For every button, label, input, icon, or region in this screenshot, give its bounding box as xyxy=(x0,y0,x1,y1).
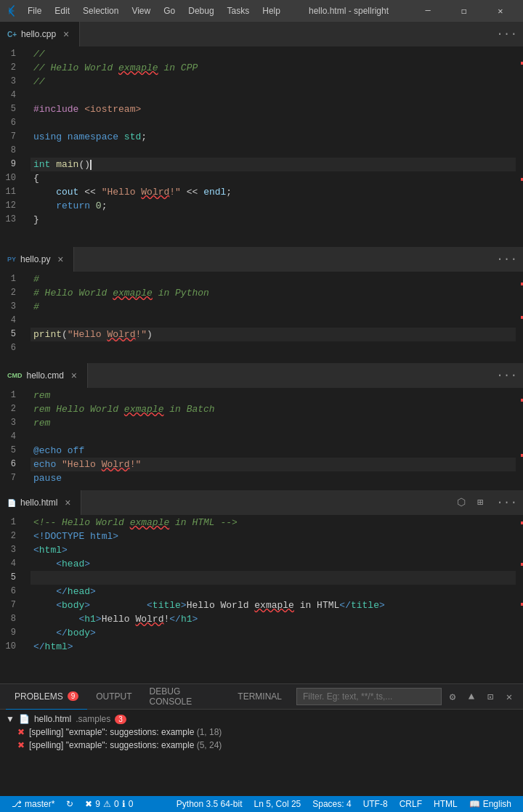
tab-problems[interactable]: PROBLEMS 9 xyxy=(6,684,87,710)
close-panel-icon[interactable]: ✕ xyxy=(501,689,517,705)
html-file-icon: 📄 xyxy=(7,499,16,507)
cmd-line-1: rem xyxy=(31,389,516,402)
cpp-code-content: // // Hello World exmaple in CPP // #inc… xyxy=(31,47,516,247)
status-sync[interactable]: ↻ xyxy=(60,796,79,812)
cpp-code-editor[interactable]: 1 2 3 4 5 6 7 8 9 10 11 12 13 // // Hell… xyxy=(0,47,523,247)
cpp-tab-close[interactable]: × xyxy=(60,28,72,40)
cpp-tab-icon: C+ xyxy=(7,31,17,38)
cmd-tab-icon: CMD xyxy=(7,372,23,379)
py-tab-close[interactable]: × xyxy=(54,253,66,265)
html-line-1: <!-- Hello World exmaple in HTML --> xyxy=(31,516,516,529)
cpp-line-7: using namespace std; xyxy=(31,130,516,144)
branch-name: master* xyxy=(25,799,54,809)
cpp-tab[interactable]: C+ hello.cpp × xyxy=(0,22,80,46)
status-language[interactable]: HTML xyxy=(428,796,463,812)
cpp-line-6 xyxy=(31,116,516,130)
status-branch[interactable]: ⎇ master* xyxy=(6,796,60,812)
cpp-tab-label: hello.cpp xyxy=(21,29,56,39)
problem-group-html[interactable]: ▼ 📄 hello.html .samples 3 xyxy=(0,712,523,726)
problem-text-1: [spelling] "exmaple": suggestions: examp… xyxy=(29,727,506,737)
html-code-editor[interactable]: 1 2 3 4 5 6 7 8 9 10 <!-- Hello World ex… xyxy=(0,516,523,683)
html-open-side-icon[interactable]: ⬡ xyxy=(453,490,470,515)
collapse-all-icon[interactable]: ▲ xyxy=(463,689,479,705)
problem-group-collapse-icon: ▼ xyxy=(6,714,15,724)
cmd-code-editor[interactable]: 1 2 3 4 5 6 7 rem rem Hello World exmapl… xyxy=(0,389,523,490)
html-tab-more[interactable]: ··· xyxy=(490,490,523,515)
cursor-position: Ln 5, Col 25 xyxy=(254,799,301,809)
cmd-tab-label: hello.cmd xyxy=(27,370,64,381)
error-icon-1: ✖ xyxy=(17,727,25,737)
html-scrollbar[interactable] xyxy=(516,516,523,683)
info-status-icon: ℹ xyxy=(122,799,126,809)
status-cursor[interactable]: Ln 5, Col 25 xyxy=(248,796,307,812)
minimize-button[interactable]: ─ xyxy=(411,0,445,22)
cpp-tab-more[interactable]: ··· xyxy=(490,22,523,46)
html-editor-pane: 📄 hello.html × ⬡ ⊞ ··· 1 2 3 4 5 6 7 xyxy=(0,490,523,683)
menu-help[interactable]: Help xyxy=(256,4,286,17)
status-errors[interactable]: ✖ 9 ⚠ 0 ℹ 0 xyxy=(79,796,139,812)
menu-go[interactable]: Go xyxy=(158,4,181,17)
cmd-line-2: rem Hello World exmaple in Batch xyxy=(31,402,516,416)
menu-debug[interactable]: Debug xyxy=(182,4,219,17)
cpp-line-8 xyxy=(31,144,516,158)
status-spaces[interactable]: Spaces: 4 xyxy=(307,796,357,812)
cmd-tab-more[interactable]: ··· xyxy=(490,363,523,388)
window-controls: ─ ◻ ✕ xyxy=(411,0,517,22)
maximize-button[interactable]: ◻ xyxy=(447,0,481,22)
cmd-line-4 xyxy=(31,430,516,444)
py-tab-label: hello.py xyxy=(20,254,50,264)
html-tab[interactable]: 📄 hello.html × xyxy=(0,490,81,515)
html-tab-bar: 📄 hello.html × ⬡ ⊞ ··· xyxy=(0,490,523,516)
html-line-6: </head> xyxy=(31,585,516,598)
html-split-icon[interactable]: ⊞ xyxy=(473,490,487,515)
cmd-tab-bar: CMD hello.cmd × ··· xyxy=(0,363,523,389)
cpp-scrollbar[interactable] xyxy=(516,47,523,247)
py-code-wrapper: 1 2 3 4 5 6 # # Hello World exmaple in P… xyxy=(0,272,523,363)
html-line-10: </html> xyxy=(31,640,516,654)
cmd-tab[interactable]: CMD hello.cmd × xyxy=(0,363,88,388)
close-button[interactable]: ✕ xyxy=(484,0,517,22)
problem-item-1[interactable]: ✖ [spelling] "exmaple": suggestions: exa… xyxy=(0,726,523,739)
tab-problems-label: PROBLEMS xyxy=(15,691,63,702)
line-ending-label: CRLF xyxy=(400,799,422,809)
py-tab[interactable]: PY hello.py × xyxy=(0,247,74,272)
cmd-scrollbar[interactable] xyxy=(516,389,523,490)
info-count: 0 xyxy=(129,799,134,809)
py-scrollbar[interactable] xyxy=(516,272,523,363)
git-branch-icon: ⎇ xyxy=(12,799,22,809)
problem-group-filename: hello.html xyxy=(34,714,71,724)
cmd-line-6: echo "Hello Wolrd!" xyxy=(31,458,516,471)
panel-actions: ⚙ ▲ ⊡ ✕ xyxy=(296,688,517,705)
menu-bar: File Edit Selection View Go Debug Tasks … xyxy=(22,4,286,17)
menu-view[interactable]: View xyxy=(126,4,156,17)
cpp-line-10: { xyxy=(31,171,516,185)
menu-selection[interactable]: Selection xyxy=(77,4,124,17)
status-line-ending[interactable]: CRLF xyxy=(394,796,428,812)
panel-filter-input[interactable] xyxy=(296,688,442,705)
py-tab-more[interactable]: ··· xyxy=(490,247,523,272)
language-label: HTML xyxy=(434,799,458,809)
html-tab-close[interactable]: × xyxy=(62,497,73,508)
status-spellcheck[interactable]: 📖 English xyxy=(463,796,517,812)
cmd-code-content: rem rem Hello World exmaple in Batch rem… xyxy=(31,389,516,490)
py-code-editor[interactable]: 1 2 3 4 5 6 # # Hello World exmaple in P… xyxy=(0,272,523,363)
status-encoding[interactable]: UTF-8 xyxy=(357,796,394,812)
tab-output[interactable]: OUTPUT xyxy=(87,684,140,710)
py-editor-pane: PY hello.py × ··· 1 2 3 4 5 6 # # Hello … xyxy=(0,247,523,363)
problem-item-2[interactable]: ✖ [spelling] "exmaple": suggestions: exa… xyxy=(0,739,523,752)
py-line-5: print("Hello Wolrd!") xyxy=(31,328,516,341)
filter-settings-icon[interactable]: ⚙ xyxy=(445,689,461,705)
menu-tasks[interactable]: Tasks xyxy=(222,4,256,17)
html-line-5: 💡 <title>Hello World exmaple in HTML</ti… xyxy=(31,571,516,585)
expand-view-icon[interactable]: ⊡ xyxy=(482,689,498,705)
html-code-content: <!-- Hello World exmaple in HTML --> <!D… xyxy=(31,516,516,683)
tab-debug-console[interactable]: DEBUG CONSOLE xyxy=(141,684,230,710)
status-python[interactable]: Python 3.5 64-bit xyxy=(171,796,248,812)
cmd-tab-close[interactable]: × xyxy=(68,370,80,381)
menu-edit[interactable]: Edit xyxy=(49,4,76,17)
menu-file[interactable]: File xyxy=(22,4,47,17)
tab-terminal[interactable]: TERMINAL xyxy=(229,684,291,710)
html-tab-actions: ⬡ ⊞ ··· xyxy=(453,490,523,515)
cpp-editor-pane: C+ hello.cpp × ··· 1 2 3 4 5 6 7 8 9 10 xyxy=(0,22,523,247)
cpp-line-2: // Hello World exmaple in CPP xyxy=(31,61,516,75)
